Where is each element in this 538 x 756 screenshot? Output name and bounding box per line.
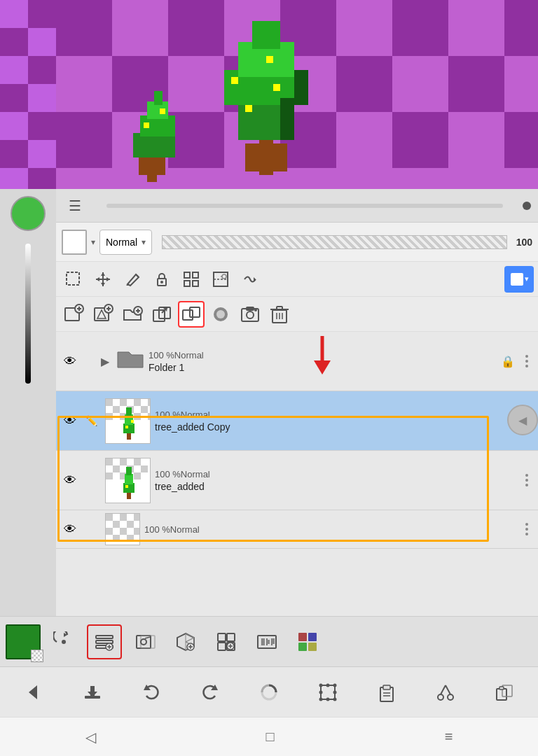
cut-action-btn[interactable] <box>418 675 474 710</box>
svg-rect-13 <box>392 112 448 168</box>
layer-edit-icon[interactable]: ✏️ <box>81 411 101 430</box>
panel-options-dot[interactable] <box>523 202 531 210</box>
layer-expand-arrow[interactable]: ▶ <box>98 355 112 368</box>
color-palette-btn[interactable] <box>290 624 325 659</box>
blend-mode-dropdown[interactable]: Normal ▾ <box>99 230 152 255</box>
folder-info: 100 %Normal Folder 1 <box>149 350 497 373</box>
svg-rect-110 <box>141 465 148 472</box>
svg-rect-103 <box>131 420 134 423</box>
svg-rect-101 <box>126 407 132 416</box>
layer-4-menu[interactable] <box>518 520 535 538</box>
svg-rect-10 <box>56 112 112 168</box>
duplicate-layer-btn[interactable] <box>178 301 205 328</box>
nav-home-btn[interactable]: □ <box>252 723 289 750</box>
transform-tool[interactable] <box>90 266 116 293</box>
layer-color-swatch[interactable] <box>62 230 87 255</box>
color-swatch-chevron[interactable]: ▾ <box>91 237 95 247</box>
svg-rect-113 <box>134 472 141 479</box>
svg-point-77 <box>254 309 257 312</box>
svg-rect-16 <box>245 144 287 172</box>
rotate-canvas-tool[interactable] <box>46 624 81 659</box>
svg-rect-125 <box>106 528 113 535</box>
opacity-slider-vertical[interactable] <box>25 244 31 384</box>
transform-action-btn[interactable] <box>300 675 356 710</box>
import-action-btn[interactable] <box>64 675 120 710</box>
loading-action-btn[interactable] <box>241 675 297 710</box>
flatten-to-layer[interactable] <box>207 301 234 328</box>
layer-visibility-tree-orig[interactable]: 👁 <box>59 469 81 491</box>
svg-rect-164 <box>308 633 317 641</box>
undo-action-btn[interactable] <box>123 675 179 710</box>
timeline-btn[interactable] <box>249 624 284 659</box>
clipboard-action-btn[interactable] <box>359 675 415 710</box>
3d-layer-btn[interactable] <box>168 624 203 659</box>
svg-rect-165 <box>298 643 307 651</box>
back-action-btn[interactable] <box>6 675 62 710</box>
add-vector-layer[interactable] <box>90 301 116 328</box>
capture-layer[interactable] <box>237 301 263 328</box>
paste-action-btn[interactable] <box>476 675 532 710</box>
hamburger-menu[interactable]: ☰ <box>63 195 87 217</box>
filter-tool[interactable] <box>207 266 234 293</box>
folder-icon <box>116 346 144 377</box>
svg-point-176 <box>333 683 337 687</box>
svg-rect-163 <box>298 633 307 641</box>
tree-orig-menu[interactable] <box>518 471 535 489</box>
svg-rect-149 <box>218 634 226 641</box>
svg-rect-132 <box>96 636 113 638</box>
svg-rect-114 <box>127 492 131 499</box>
layer-thumb-4 <box>105 513 140 545</box>
svg-marker-41 <box>106 277 110 281</box>
folder-menu[interactable] <box>518 352 535 370</box>
svg-rect-111 <box>106 472 113 479</box>
svg-rect-91 <box>113 406 120 413</box>
delete-layer-btn[interactable] <box>266 301 293 328</box>
tree-copy-name: tree_added Copy <box>155 421 518 433</box>
layer-item-tree-orig[interactable]: 👁 <box>56 451 538 510</box>
svg-rect-128 <box>113 535 120 542</box>
layers-panel-btn[interactable] <box>87 624 122 659</box>
grid-tool[interactable] <box>178 266 205 293</box>
nav-back-btn[interactable]: ◁ <box>71 723 110 751</box>
add-raster-layer[interactable] <box>60 301 87 328</box>
color-select-tool[interactable]: ▾ <box>504 266 534 293</box>
svg-rect-105 <box>106 458 113 465</box>
brush-color-indicator[interactable] <box>11 196 46 231</box>
layer-item-tree-copy[interactable]: 👁 ✏️ <box>56 391 538 451</box>
layer-item-folder[interactable]: 👁 ▶ 100 %Normal Folder 1 🔒 <box>56 332 538 391</box>
layer-thumb-tree-copy <box>105 398 151 444</box>
layers-list[interactable]: 👁 ▶ 100 %Normal Folder 1 🔒 👁 ✏️ <box>56 332 538 623</box>
nav-menu-btn[interactable]: ≡ <box>431 723 467 750</box>
svg-rect-8 <box>336 56 392 112</box>
right-panel-handle[interactable]: ◀ <box>507 405 538 435</box>
layer-visibility-toggle-folder[interactable]: 👁 <box>59 350 81 372</box>
svg-rect-118 <box>125 485 128 488</box>
filter-layer-btn[interactable] <box>209 624 244 659</box>
layer-visibility-tree-copy[interactable]: 👁 <box>59 410 81 432</box>
layer-4-percent: 100 %Normal <box>144 524 518 535</box>
add-folder-layer[interactable] <box>119 301 146 328</box>
svg-rect-129 <box>127 535 134 542</box>
layer-item-4[interactable]: 👁 100 %Normal <box>56 510 538 549</box>
layer-fx-btn[interactable] <box>127 624 163 659</box>
layer-visibility-4[interactable]: 👁 <box>59 518 81 540</box>
svg-rect-71 <box>190 307 200 317</box>
redo-action-btn[interactable] <box>182 675 238 710</box>
folder-lock[interactable]: 🔒 <box>497 351 518 372</box>
svg-rect-100 <box>125 414 133 425</box>
pen-tool[interactable] <box>119 266 146 293</box>
svg-rect-124 <box>127 521 134 528</box>
svg-rect-22 <box>273 84 280 91</box>
lock-tool[interactable] <box>149 266 175 293</box>
panel-scrollbar[interactable] <box>106 204 503 208</box>
folder-name: Folder 1 <box>149 362 497 373</box>
svg-point-50 <box>222 274 226 279</box>
selection-tool[interactable] <box>60 266 87 293</box>
warp-tool[interactable] <box>237 266 263 293</box>
opacity-slider[interactable] <box>162 235 507 249</box>
svg-rect-150 <box>227 634 235 641</box>
svg-point-180 <box>319 690 323 694</box>
active-color-swatch[interactable] <box>6 624 41 659</box>
copy-to-layer[interactable] <box>149 301 175 328</box>
svg-rect-127 <box>134 528 140 535</box>
